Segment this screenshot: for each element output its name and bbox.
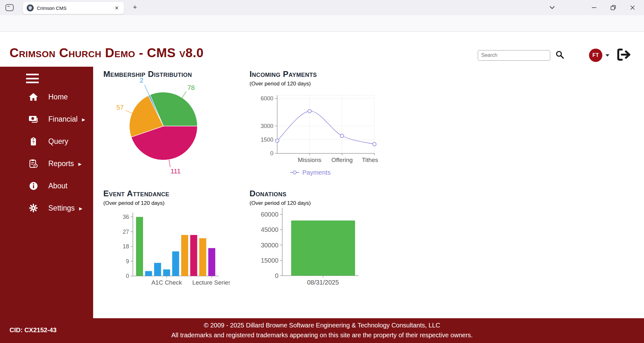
donations-chart-title: Donations <box>250 189 286 198</box>
sidebar-item-financial[interactable]: Financial ▶ <box>0 108 93 130</box>
reports-icon <box>28 159 39 168</box>
search-input[interactable] <box>478 50 550 61</box>
logout-icon[interactable] <box>617 48 631 62</box>
sidebar-hamburger-icon[interactable] <box>26 74 39 83</box>
tab-title: Crimson CMS <box>37 5 113 11</box>
svg-text:08/31/2025: 08/31/2025 <box>307 279 339 286</box>
settings-gear-icon <box>28 204 39 212</box>
sidebar: Home Financial ▶ ? Query Reports ▶ About <box>0 67 93 318</box>
avatar[interactable]: FT <box>589 49 602 62</box>
svg-text:15000: 15000 <box>261 257 278 264</box>
submenu-arrow-icon: ▶ <box>82 117 85 122</box>
svg-text:0: 0 <box>126 273 129 279</box>
svg-text:36: 36 <box>123 214 129 220</box>
about-icon <box>28 182 39 190</box>
browser-titlebar: Crimson CMS ✕ + <box>0 0 644 15</box>
svg-text:6000: 6000 <box>261 95 273 102</box>
trademark-text: All trademarks and registered trademarks… <box>0 332 644 339</box>
attendance-chart-title: Event Attendance <box>103 189 169 198</box>
sidebar-item-reports[interactable]: Reports ▶ <box>0 152 93 175</box>
financial-icon <box>28 115 39 123</box>
membership-pie-chart: 78111572 <box>110 77 227 176</box>
window-close-button[interactable] <box>630 5 635 10</box>
browser-toolbar: www.dibroapps.com/crimson/product/home 9… <box>0 15 644 32</box>
window-minimize-button[interactable] <box>592 5 597 10</box>
sidebar-item-settings[interactable]: Settings ▶ <box>0 197 93 219</box>
donations-bar-chart: 01500030000450006000008/31/2025 <box>243 206 376 291</box>
payments-chart-subtitle: (Over period of 120 days) <box>250 81 311 87</box>
query-icon: ? <box>28 137 39 146</box>
svg-text:1500: 1500 <box>261 137 273 143</box>
svg-text:9: 9 <box>126 258 129 265</box>
page-footer: CID: CX2152-43 © 2009 - 2025 Dillard Bro… <box>0 318 644 343</box>
payments-line-chart: 0150030006000MissionsOfferingTithesPayme… <box>243 89 384 184</box>
svg-text:Tithes: Tithes <box>362 157 378 163</box>
donations-chart-subtitle: (Over period of 120 days) <box>250 200 311 206</box>
browser-tab[interactable]: Crimson CMS ✕ <box>23 2 124 14</box>
submenu-arrow-icon: ▶ <box>79 162 82 166</box>
firefox-view-icon[interactable] <box>5 3 15 12</box>
copyright-text: © 2009 - 2025 Dillard Browne Software En… <box>0 322 644 329</box>
svg-text:?: ? <box>32 140 35 145</box>
page-title: Crimson Church Demo - CMS v8.0 <box>10 46 204 60</box>
svg-text:60000: 60000 <box>261 211 278 218</box>
sidebar-item-home[interactable]: Home <box>0 86 93 108</box>
home-icon <box>28 93 39 101</box>
svg-text:111: 111 <box>170 167 181 175</box>
tab-favicon-icon <box>27 4 34 11</box>
svg-text:0: 0 <box>275 272 278 279</box>
svg-text:57: 57 <box>116 104 124 111</box>
svg-text:Lecture Series: Lecture Series <box>192 279 230 286</box>
new-tab-button[interactable]: + <box>133 4 137 11</box>
svg-text:78: 78 <box>187 84 195 91</box>
avatar-caret-icon[interactable] <box>605 52 610 58</box>
svg-text:18: 18 <box>123 243 129 250</box>
page-header: Crimson Church Demo - CMS v8.0 FT <box>0 32 644 67</box>
svg-text:A1C Check: A1C Check <box>151 279 182 286</box>
svg-text:2: 2 <box>140 77 143 84</box>
dashboard-content: Membership Distribution 78111572 Incomin… <box>93 67 644 318</box>
svg-text:Offering: Offering <box>331 157 353 163</box>
window-restore-button[interactable] <box>611 5 616 10</box>
search-icon[interactable] <box>555 50 564 60</box>
list-all-tabs-icon[interactable] <box>549 5 555 11</box>
browser-window: Crimson CMS ✕ + <box>0 0 644 343</box>
svg-text:27: 27 <box>123 229 129 235</box>
attendance-bar-chart: 09182736A1C CheckLecture Series <box>109 206 230 291</box>
submenu-arrow-icon: ▶ <box>79 206 82 211</box>
attendance-chart-subtitle: (Over period of 120 days) <box>103 200 165 206</box>
sidebar-item-about[interactable]: About <box>0 175 93 197</box>
svg-text:45000: 45000 <box>261 226 278 233</box>
svg-text:3000: 3000 <box>261 123 273 129</box>
svg-text:Payments: Payments <box>302 169 331 176</box>
svg-text:30000: 30000 <box>261 242 278 249</box>
svg-text:0: 0 <box>270 150 273 157</box>
payments-chart-title: Incoming Payments <box>250 69 317 79</box>
svg-text:Missions: Missions <box>298 157 321 163</box>
sidebar-item-query[interactable]: ? Query <box>0 130 93 152</box>
tab-close-icon[interactable]: ✕ <box>113 4 120 12</box>
